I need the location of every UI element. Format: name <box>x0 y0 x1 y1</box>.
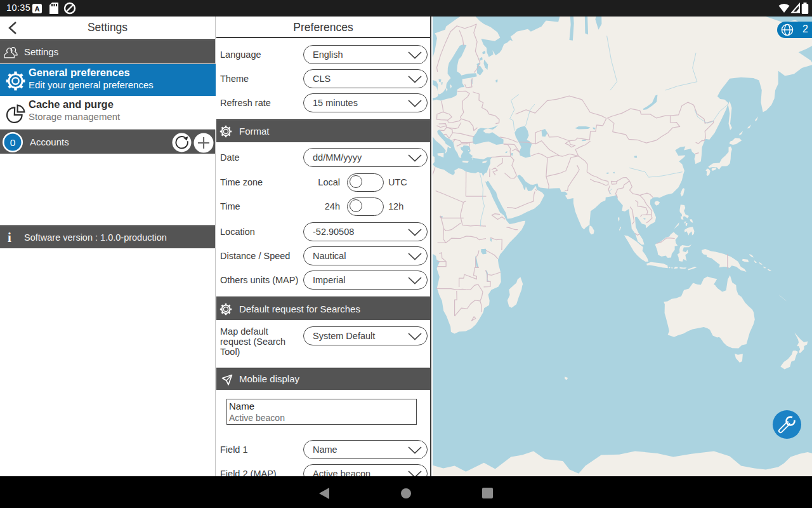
svg-text:A: A <box>34 4 39 12</box>
svg-text:0: 0 <box>10 137 16 148</box>
